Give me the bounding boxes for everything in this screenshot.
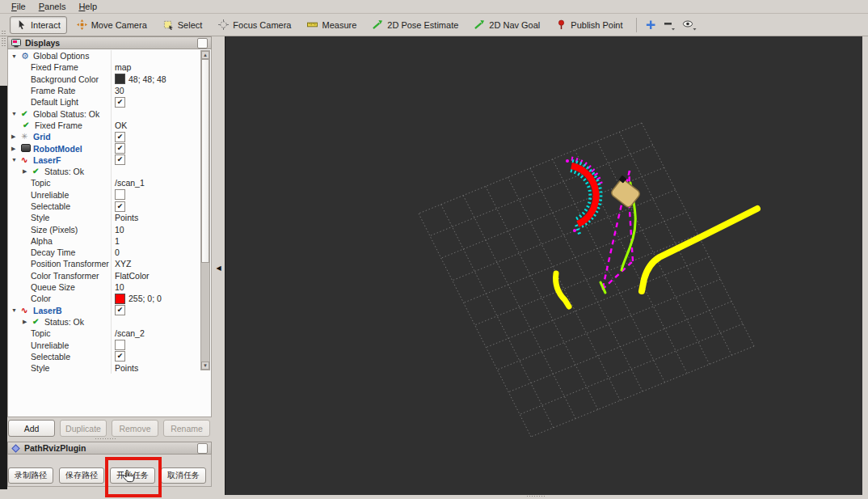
tool-measure[interactable]: Measure [301,16,363,34]
property-value[interactable]: 10 [111,281,200,293]
tool-properties-button[interactable] [680,17,698,32]
save-path-button[interactable]: 保存路径 [59,467,104,484]
displays-panel-header[interactable]: Displays [7,36,212,49]
tool-select[interactable]: Select [157,16,209,34]
rename-button[interactable]: Rename [163,420,210,437]
tool-publish-point[interactable]: Publish Point [550,16,629,34]
tree-row[interactable]: Topic/scan_2 [8,328,200,339]
tree-row[interactable]: ▶RobotModel✔ [8,142,200,154]
panel-splitter[interactable] [95,438,116,441]
tool-2d-pose-estimate[interactable]: 2D Pose Estimate [366,16,465,34]
tree-row[interactable]: Unreliable [8,339,200,350]
property-value[interactable]: Points [111,212,200,223]
property-value[interactable]: ✔ [111,201,200,212]
expander-icon[interactable]: ▶ [11,133,21,140]
property-value[interactable]: FlatColor [111,270,200,281]
tree-row[interactable]: ▼⚙Global Options [8,50,200,61]
add-button[interactable]: Add [8,420,55,437]
menu-help[interactable]: Help [72,1,103,12]
tree-row[interactable]: Decay Time0 [8,247,200,258]
tree-row[interactable]: Background Color48; 48; 48 [8,74,200,85]
tree-row[interactable]: Size (Pixels)10 [8,223,200,235]
property-value[interactable]: 48; 48; 48 [111,74,200,85]
expander-icon[interactable]: ▼ [11,111,21,116]
tree-row[interactable]: Color255; 0; 0 [8,293,200,304]
expander-icon[interactable]: ▶ [11,146,21,152]
checkbox[interactable]: ✔ [115,201,125,212]
property-value[interactable]: ✔ [111,351,200,362]
panel-collapse-arrow[interactable]: ◀ [213,259,224,277]
add-tool-button[interactable] [643,18,658,32]
displays-tree[interactable]: ▼⚙Global OptionsFixed FramemapBackground… [7,49,212,417]
float-panel-button[interactable] [197,443,208,454]
menu-panels[interactable]: Panels [32,1,73,12]
checkbox[interactable]: ✔ [115,351,125,362]
tree-row[interactable]: ▶✔Status: Ok [8,166,200,177]
expander-icon[interactable]: ▼ [11,157,21,163]
tree-row[interactable]: ✔Fixed FrameOK [8,120,200,131]
checkbox[interactable]: ✔ [115,305,125,315]
duplicate-button[interactable]: Duplicate [60,420,107,437]
cancel-task-button[interactable]: 取消任务 [161,467,206,484]
tree-row[interactable]: Frame Rate30 [8,85,200,96]
checkbox[interactable]: ✔ [115,143,125,154]
property-value[interactable]: OK [111,120,200,131]
property-value[interactable]: XYZ [111,258,200,269]
property-value[interactable]: ✔ [111,154,200,166]
tree-row[interactable]: Position TransformerXYZ [8,258,200,269]
tree-row[interactable]: Fixed Framemap [8,61,200,73]
property-value[interactable]: 0 [111,247,200,258]
tree-row[interactable]: ▶✔Status: Ok [8,316,200,328]
tree-row[interactable]: Topic/scan_1 [8,177,200,188]
property-value[interactable]: ✔ [111,142,200,154]
property-value[interactable]: 1 [111,235,200,247]
property-value[interactable]: /scan_1 [111,177,200,188]
checkbox[interactable] [115,189,125,200]
tree-scrollbar[interactable]: ▲ ▼ [200,50,210,370]
tool-2d-nav-goal[interactable]: 2D Nav Goal [468,16,546,34]
tree-row[interactable]: Default Light✔ [8,96,200,108]
float-panel-button[interactable] [197,38,208,49]
property-value[interactable]: ✔ [111,96,200,108]
scrollbar-thumb[interactable] [201,59,209,263]
tree-row[interactable]: Selectable✔ [8,201,200,212]
tree-row[interactable]: StylePoints [8,212,200,223]
tree-row[interactable]: ▼∿LaserF✔ [8,154,200,166]
property-value[interactable]: map [111,61,200,73]
property-value[interactable] [111,316,200,328]
color-swatch[interactable] [115,74,125,84]
checkbox[interactable]: ✔ [115,154,125,165]
tool-interact[interactable]: Interact [10,16,67,34]
property-value[interactable] [111,339,200,350]
toolbar-grip[interactable] [2,31,6,47]
expander-icon[interactable]: ▼ [11,307,21,313]
remove-tool-button[interactable] [661,17,677,32]
menu-file[interactable]: File [5,1,32,12]
scroll-down-arrow[interactable]: ▼ [201,362,209,370]
tree-row[interactable]: Alpha1 [8,235,200,247]
checkbox[interactable]: ✔ [115,132,125,142]
tree-row[interactable]: Unreliable [8,189,200,201]
property-value[interactable]: 30 [111,85,200,96]
property-value[interactable]: ✔ [111,305,200,316]
expander-icon[interactable]: ▶ [23,319,32,325]
property-value[interactable] [111,50,200,61]
property-value[interactable]: ✔ [111,131,200,142]
checkbox[interactable] [115,340,125,350]
viewport-splitter[interactable] [527,495,545,497]
property-value[interactable]: 10 [111,223,200,235]
tree-row[interactable]: StylePoints [8,362,200,374]
pathrvizplugin-panel-header[interactable]: PathRvizPlugin [7,442,212,455]
render-viewport[interactable] [225,36,862,495]
checkbox[interactable]: ✔ [115,97,125,108]
tree-row[interactable]: Color TransformerFlatColor [8,270,200,281]
expander-icon[interactable]: ▶ [23,168,32,175]
property-value[interactable]: /scan_2 [111,328,200,339]
property-value[interactable] [111,189,200,201]
color-swatch[interactable] [115,294,125,304]
tree-row[interactable]: Selectable✔ [8,351,200,362]
property-value[interactable] [111,166,200,177]
tool-move-camera[interactable]: Move Camera [70,16,154,34]
tree-row[interactable]: ▶✳Grid✔ [8,131,200,142]
property-value[interactable] [111,108,200,119]
